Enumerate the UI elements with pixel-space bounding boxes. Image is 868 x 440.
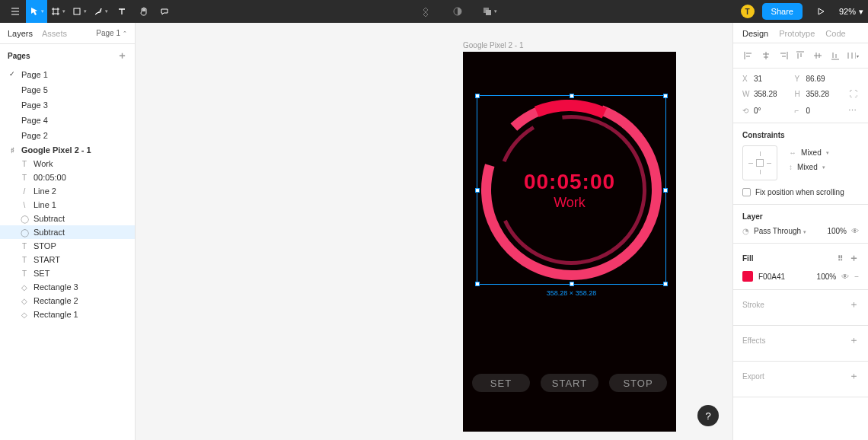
zoom-level[interactable]: 92%▾ xyxy=(839,7,863,17)
selection-handle[interactable] xyxy=(475,94,480,98)
selection-handle[interactable] xyxy=(663,282,668,286)
page-item[interactable]: Page 5 xyxy=(0,82,135,97)
layer-item[interactable]: ◯Subtract xyxy=(0,225,135,239)
present-icon[interactable] xyxy=(810,0,831,23)
share-button[interactable]: Share xyxy=(762,3,803,20)
fill-opacity-field[interactable]: 100% xyxy=(817,273,837,281)
selection-handle[interactable] xyxy=(570,94,574,98)
shape-tool[interactable]: ▾ xyxy=(69,0,90,23)
help-button[interactable]: ? xyxy=(697,405,719,426)
distribute-icon[interactable]: ▾ xyxy=(847,49,859,62)
selection-handle[interactable] xyxy=(475,282,480,286)
fill-style-icon[interactable]: ⠿ xyxy=(838,254,843,263)
effects-header: Effects xyxy=(742,336,765,345)
layer-item[interactable]: ◇Rectangle 3 xyxy=(0,280,135,294)
layer-item[interactable]: /Line 2 xyxy=(0,184,135,198)
h-field[interactable]: H358.28 xyxy=(795,90,841,98)
comment-tool[interactable] xyxy=(154,0,175,23)
selection-handle[interactable] xyxy=(475,188,480,193)
layer-type-icon: ◯ xyxy=(20,228,29,237)
layer-item[interactable]: ◯Subtract xyxy=(0,212,135,225)
export-header: Export xyxy=(742,372,764,381)
align-right-icon[interactable] xyxy=(777,49,790,62)
tab-prototype[interactable]: Prototype xyxy=(779,29,815,38)
visibility-icon[interactable]: 👁 xyxy=(851,227,859,235)
w-field[interactable]: W358.28 xyxy=(742,90,789,98)
fill-visibility-icon[interactable]: 👁 xyxy=(841,273,849,281)
hamburger-icon[interactable] xyxy=(5,0,26,23)
tab-assets[interactable]: Assets xyxy=(42,29,67,38)
selection-box[interactable]: 358.28 × 358.28 xyxy=(477,95,666,285)
layer-label: 00:05:00 xyxy=(34,173,66,182)
layer-item[interactable]: TSET xyxy=(0,266,135,280)
move-tool[interactable]: ▾ xyxy=(26,0,47,23)
layer-item[interactable]: ◇Rectangle 1 xyxy=(0,308,135,321)
link-wh-icon[interactable]: ⛶ xyxy=(847,88,859,100)
selection-handle[interactable] xyxy=(663,188,668,193)
fix-position-checkbox[interactable]: Fix position when scrolling xyxy=(742,188,859,196)
stop-button[interactable]: STOP xyxy=(609,374,667,392)
avatar[interactable]: T xyxy=(741,5,755,18)
start-button[interactable]: START xyxy=(541,374,598,392)
add-page-button[interactable]: ＋ xyxy=(117,49,127,62)
page-item[interactable]: Page 4 xyxy=(0,113,135,128)
text-tool[interactable] xyxy=(111,0,132,23)
canvas-frame-label[interactable]: Google Pixel 2 - 1 xyxy=(463,41,524,49)
layer-item[interactable]: T00:05:00 xyxy=(0,171,135,184)
remove-fill-icon[interactable]: − xyxy=(854,273,859,281)
pages-header: Pages xyxy=(8,52,30,60)
constraint-v-select[interactable]: ↕Mixed▾ xyxy=(789,163,829,171)
add-stroke-button[interactable]: ＋ xyxy=(849,298,859,311)
page-item[interactable]: Page 3 xyxy=(0,97,135,113)
layer-opacity-field[interactable]: 100% xyxy=(827,227,847,235)
fill-swatch[interactable] xyxy=(742,271,753,282)
layer-item[interactable]: ◇Rectangle 2 xyxy=(0,294,135,308)
pen-tool[interactable]: ▾ xyxy=(90,0,111,23)
page-item[interactable]: Page 1 xyxy=(0,67,135,82)
radius-field[interactable]: ⌐0 xyxy=(795,107,841,115)
layer-item[interactable]: TSTART xyxy=(0,253,135,266)
layer-type-icon: T xyxy=(20,255,29,264)
layer-type-icon: T xyxy=(20,269,29,278)
constraint-box[interactable] xyxy=(742,145,777,180)
more-icon[interactable]: ⋯ xyxy=(847,104,859,116)
layer-item[interactable]: TWork xyxy=(0,157,135,171)
fill-hex-field[interactable]: F00A41 xyxy=(758,273,785,281)
canvas[interactable]: Google Pixel 2 - 1 00:05:00 Work SET STA… xyxy=(136,23,732,440)
page-selector[interactable]: Page 1 ⌃ xyxy=(96,29,127,37)
page-item[interactable]: Page 2 xyxy=(0,128,135,143)
layer-item[interactable]: TSTOP xyxy=(0,239,135,253)
tab-design[interactable]: Design xyxy=(742,29,768,38)
rotation-field[interactable]: ⟲0° xyxy=(742,107,789,115)
y-field[interactable]: Y86.69 xyxy=(795,75,841,83)
align-left-icon[interactable] xyxy=(742,49,755,62)
pages-list: Page 1Page 5Page 3Page 4Page 2 xyxy=(0,67,135,143)
set-button[interactable]: SET xyxy=(472,374,530,392)
boolean-icon[interactable]: ▾ xyxy=(479,0,500,23)
layer-type-icon: / xyxy=(20,187,29,196)
align-vcenter-icon[interactable] xyxy=(812,49,824,62)
x-field[interactable]: X31 xyxy=(742,75,789,83)
blend-mode-select[interactable]: Pass Through ▾ xyxy=(754,227,822,235)
component-icon[interactable] xyxy=(415,0,436,23)
add-effect-button[interactable]: ＋ xyxy=(849,333,859,347)
selection-handle[interactable] xyxy=(663,94,668,98)
layer-type-icon: ◯ xyxy=(20,214,29,223)
design-frame[interactable]: 00:05:00 Work SET START STOP 358.28 × 35… xyxy=(463,52,676,432)
layer-item[interactable]: \Line 1 xyxy=(0,198,135,212)
frame-layer[interactable]: ♯ Google Pixel 2 - 1 xyxy=(0,143,135,157)
selection-handle[interactable] xyxy=(570,282,574,286)
hand-tool[interactable] xyxy=(132,0,154,23)
add-fill-button[interactable]: ＋ xyxy=(849,252,859,263)
add-export-button[interactable]: ＋ xyxy=(849,369,859,383)
constraint-h-select[interactable]: ↔Mixed▾ xyxy=(789,148,829,157)
align-bottom-icon[interactable] xyxy=(829,49,841,62)
tab-layers[interactable]: Layers xyxy=(8,29,33,38)
frame-tool[interactable]: ▾ xyxy=(47,0,69,23)
layer-label: STOP xyxy=(34,241,56,250)
align-top-icon[interactable] xyxy=(794,49,806,62)
layer-type-icon: \ xyxy=(20,200,29,209)
mask-icon[interactable] xyxy=(447,0,468,23)
align-hcenter-icon[interactable] xyxy=(760,49,772,62)
tab-code[interactable]: Code xyxy=(825,29,845,38)
